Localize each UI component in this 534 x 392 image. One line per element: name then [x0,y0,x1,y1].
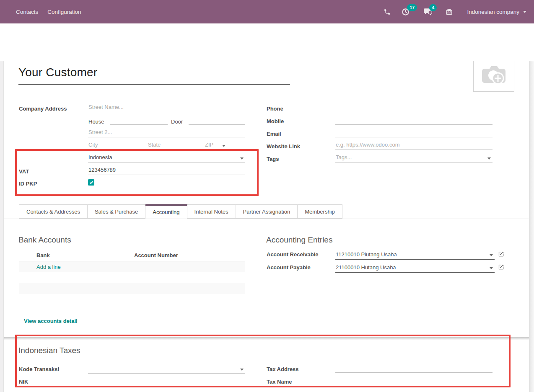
state-select[interactable] [148,140,201,150]
kode-transaksi-label: Kode Transaksi [19,366,59,373]
zip-input[interactable] [205,141,245,150]
tab-sales-purchase[interactable]: Sales & Purchase [88,204,145,219]
tab-accounting[interactable]: Accounting [145,204,187,219]
camera-plus-icon [480,65,507,88]
external-link-icon[interactable] [498,251,504,259]
gift-icon [446,8,453,15]
country-input[interactable] [88,153,240,161]
title-underline [18,84,290,85]
page-title[interactable]: Your Customer [18,66,97,79]
tab-internal-notes[interactable]: Internal Notes [187,204,236,219]
table-row [19,272,245,283]
door-input[interactable] [189,116,245,125]
house-label: House [88,119,104,125]
tax-address-label: Tax Address [267,366,299,373]
id-pkp-label: ID PKP [19,181,37,187]
chevron-down-icon [490,267,493,269]
account-receivable-select[interactable] [335,249,495,260]
activities-button[interactable]: 17 [402,8,410,16]
top-navbar: Contacts Configuration 17 [0,0,534,23]
chevron-down-icon [490,254,493,256]
phone-icon [384,8,391,15]
page-scrollbar-track[interactable] [529,61,534,392]
door-label: Door [171,119,183,125]
kode-transaksi-input[interactable] [88,364,240,372]
country-select[interactable] [88,152,245,162]
account-receivable-input[interactable] [335,250,490,258]
street2-input[interactable] [88,128,245,137]
annotation-box-indonesian-taxes [15,335,511,387]
vat-label: VAT [19,168,29,175]
add-a-line-link[interactable]: Add a line [19,264,61,270]
nik-label: NIK [19,379,28,385]
tab-membership[interactable]: Membership [298,204,342,219]
kode-transaksi-select[interactable] [88,364,245,374]
company-name: Indonesian company [467,9,519,15]
column-bank: Bank [19,252,134,258]
mobile-input[interactable] [335,116,493,125]
chevron-down-icon [240,369,244,371]
table-row [19,283,245,294]
chevron-down-icon [523,11,526,13]
phone-input[interactable] [335,103,493,112]
notebook-tabs: Contacts & Addresses Sales & Purchase Ac… [19,204,342,219]
email-input[interactable] [335,128,493,137]
tab-contacts-addresses[interactable]: Contacts & Addresses [19,204,88,219]
promotions-button[interactable] [446,8,453,15]
company-switcher[interactable]: Indonesian company [467,9,526,15]
website-link-label: Website Link [267,143,300,150]
website-input[interactable] [335,141,493,150]
contact-image-uploader[interactable] [473,61,514,92]
voip-phone-button[interactable] [384,8,391,15]
sheet-top-divider [0,61,534,61]
tags-label: Tags [267,156,279,162]
tags-select[interactable] [335,152,493,162]
account-payable-select[interactable] [335,262,495,273]
table-row: Add a line [19,261,245,272]
external-link-icon[interactable] [498,264,504,272]
house-input[interactable] [110,116,168,125]
app-window: Contacts Configuration 17 [0,0,534,392]
account-payable-input[interactable] [335,263,490,271]
menu-configuration[interactable]: Configuration [43,0,86,23]
sheet-left-gutter [0,61,4,392]
section-separator [4,337,529,340]
email-label: Email [267,131,281,137]
activity-count-badge: 17 [407,4,417,11]
company-address-label: Company Address [19,106,67,112]
bank-accounts-table: Bank Account Number Add a line [19,249,245,294]
street-input[interactable] [88,103,245,112]
tax-address-input[interactable] [335,364,493,373]
checkmark-icon [89,181,93,184]
accounting-entries-heading: Accounting Entries [266,235,332,245]
indonesian-taxes-heading: Indonesian Taxes [18,346,80,355]
city-input[interactable] [88,141,142,150]
tags-input[interactable] [335,153,487,161]
bank-accounts-heading: Bank Accounts [18,235,71,245]
mobile-label: Mobile [267,118,284,125]
tab-partner-assignation[interactable]: Partner Assignation [236,204,298,219]
menu-contacts[interactable]: Contacts [11,0,43,23]
bank-table-header: Bank Account Number [19,249,245,261]
account-receivable-label: Account Receivable [267,251,319,258]
column-account-number: Account Number [134,252,245,258]
main-menus: Contacts Configuration [0,0,86,23]
tax-name-label: Tax Name [267,379,292,385]
vat-input[interactable] [88,166,245,175]
chevron-down-icon [487,157,491,160]
message-count-badge: 4 [429,4,437,11]
account-payable-label: Account Payable [267,264,311,271]
id-pkp-checkbox[interactable] [88,179,94,186]
systray: 17 4 Indonesian company [384,8,534,16]
chevron-down-icon [240,157,244,160]
phone-label: Phone [267,106,283,112]
messages-button[interactable]: 4 [424,8,432,15]
view-accounts-detail-link[interactable]: View accounts detail [24,318,78,324]
